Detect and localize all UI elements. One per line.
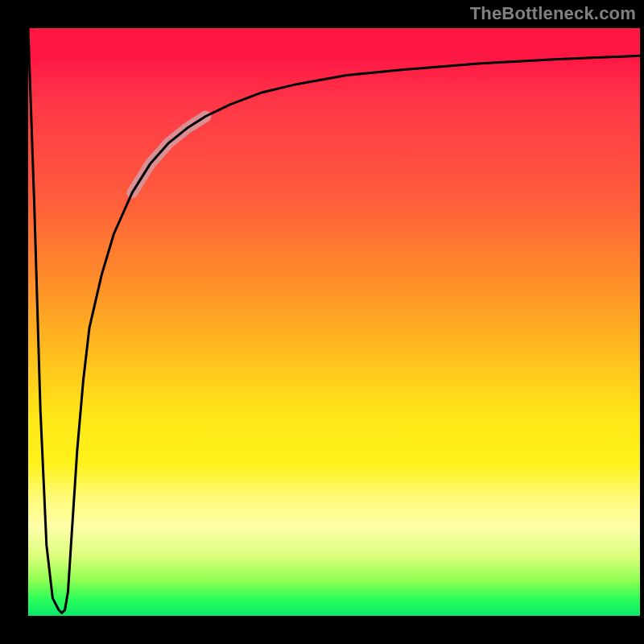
plot-area	[28, 28, 640, 616]
curve-main	[28, 28, 640, 613]
chart-frame: TheBottleneck.com	[0, 0, 644, 644]
curve-svg	[28, 28, 640, 616]
watermark-label: TheBottleneck.com	[470, 3, 636, 24]
curve-highlight	[132, 117, 205, 193]
